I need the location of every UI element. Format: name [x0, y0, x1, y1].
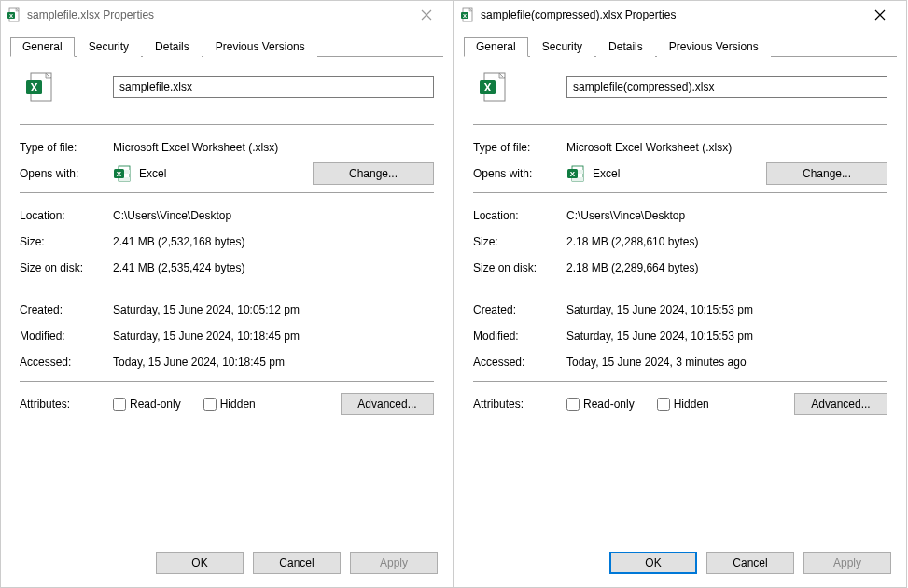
accessed-value: Today, 15 June 2024, 3 minutes ago [566, 356, 887, 369]
opens-with-app: Excel [593, 167, 620, 180]
excel-file-icon: X [477, 70, 510, 104]
tab-previous-versions[interactable]: Previous Versions [203, 37, 317, 57]
dialog-content: X Type of file: Microsoft Excel Workshee… [1, 57, 453, 542]
filename-input[interactable] [566, 76, 887, 98]
apply-button[interactable]: Apply [350, 552, 438, 574]
tab-details[interactable]: Details [143, 37, 202, 57]
type-of-file-label: Type of file: [473, 141, 566, 154]
properties-dialog-right: X samplefile(compressed).xlsx Properties… [454, 0, 907, 588]
type-of-file-value: Microsoft Excel Worksheet (.xlsx) [566, 141, 887, 154]
filename-input[interactable] [113, 76, 434, 98]
modified-value: Saturday, 15 June 2024, 10:18:45 pm [113, 329, 434, 343]
excel-file-icon: X [23, 70, 57, 104]
location-label: Location: [20, 209, 113, 222]
svg-text:X: X [9, 13, 13, 19]
tab-security[interactable]: Security [77, 37, 141, 57]
excel-file-icon: X [460, 7, 475, 22]
created-value: Saturday, 15 June 2024, 10:15:53 pm [566, 303, 887, 316]
titlebar[interactable]: X samplefile.xlsx Properties [1, 1, 453, 29]
tab-details[interactable]: Details [596, 37, 655, 57]
size-label: Size: [20, 235, 113, 248]
accessed-value: Today, 15 June 2024, 10:18:45 pm [113, 356, 434, 369]
apply-button[interactable]: Apply [803, 552, 891, 574]
dialog-content: X Type of file: Microsoft Excel Workshee… [454, 57, 906, 542]
titlebar[interactable]: X samplefile(compressed).xlsx Properties [454, 1, 906, 29]
excel-app-icon: X [566, 164, 585, 183]
attributes-label: Attributes: [20, 398, 113, 411]
location-label: Location: [473, 209, 566, 222]
tab-strip: General Security Details Previous Versio… [1, 29, 453, 57]
location-value: C:\Users\Vince\Desktop [566, 209, 887, 222]
readonly-checkbox[interactable]: Read-only [113, 398, 181, 411]
created-label: Created: [473, 303, 566, 316]
accessed-label: Accessed: [473, 356, 566, 369]
ok-button[interactable]: OK [156, 552, 244, 574]
close-icon[interactable] [406, 2, 447, 28]
advanced-button[interactable]: Advanced... [794, 393, 887, 415]
change-button[interactable]: Change... [766, 162, 887, 185]
svg-text:X: X [483, 81, 491, 94]
dialog-buttons: OK Cancel Apply [1, 542, 453, 587]
opens-with-app: Excel [139, 167, 166, 180]
readonly-checkbox[interactable]: Read-only [566, 398, 635, 411]
modified-label: Modified: [20, 329, 113, 343]
properties-dialog-left: X samplefile.xlsx Properties General Sec… [0, 0, 454, 588]
tab-previous-versions[interactable]: Previous Versions [657, 37, 771, 57]
window-title: samplefile(compressed).xlsx Properties [481, 8, 859, 21]
type-of-file-value: Microsoft Excel Worksheet (.xlsx) [113, 141, 434, 154]
opens-with-label: Opens with: [473, 167, 566, 180]
modified-label: Modified: [473, 329, 566, 343]
cancel-button[interactable]: Cancel [253, 552, 341, 574]
svg-text:X: X [463, 13, 467, 19]
opens-with-label: Opens with: [20, 167, 113, 180]
svg-text:X: X [30, 81, 37, 94]
dialog-buttons: OK Cancel Apply [454, 542, 906, 587]
size-on-disk-label: Size on disk: [473, 261, 566, 274]
created-value: Saturday, 15 June 2024, 10:05:12 pm [113, 303, 434, 316]
excel-file-icon: X [7, 7, 21, 22]
excel-app-icon: X [113, 164, 132, 183]
tab-general[interactable]: General [464, 37, 528, 57]
close-icon[interactable] [859, 2, 901, 28]
created-label: Created: [20, 303, 113, 316]
accessed-label: Accessed: [20, 356, 113, 369]
size-value: 2.41 MB (2,532,168 bytes) [113, 235, 434, 248]
size-on-disk-value: 2.18 MB (2,289,664 bytes) [566, 261, 887, 274]
tab-general[interactable]: General [10, 37, 75, 57]
tab-security[interactable]: Security [530, 37, 594, 57]
advanced-button[interactable]: Advanced... [341, 393, 434, 415]
size-label: Size: [473, 235, 566, 248]
svg-text:X: X [117, 170, 122, 178]
size-value: 2.18 MB (2,288,610 bytes) [566, 235, 887, 248]
ok-button[interactable]: OK [609, 552, 697, 574]
tab-strip: General Security Details Previous Versio… [454, 29, 906, 57]
change-button[interactable]: Change... [313, 162, 434, 185]
size-on-disk-label: Size on disk: [20, 261, 113, 274]
svg-text:X: X [570, 170, 576, 178]
hidden-checkbox[interactable]: Hidden [657, 398, 709, 411]
type-of-file-label: Type of file: [20, 141, 113, 154]
modified-value: Saturday, 15 June 2024, 10:15:53 pm [566, 329, 887, 343]
window-title: samplefile.xlsx Properties [27, 8, 406, 21]
size-on-disk-value: 2.41 MB (2,535,424 bytes) [113, 261, 434, 274]
attributes-label: Attributes: [473, 398, 566, 411]
hidden-checkbox[interactable]: Hidden [203, 398, 256, 411]
cancel-button[interactable]: Cancel [706, 552, 794, 574]
location-value: C:\Users\Vince\Desktop [113, 209, 434, 222]
